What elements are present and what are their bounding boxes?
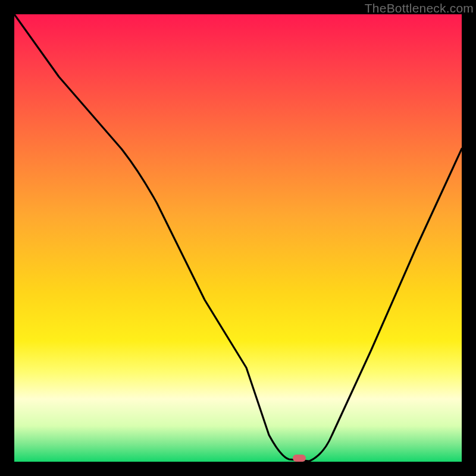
curve-svg xyxy=(14,14,462,462)
watermark-text: TheBottleneck.com xyxy=(365,1,474,15)
optimal-marker xyxy=(293,455,306,462)
chart-plot-area xyxy=(14,14,462,462)
bottleneck-curve xyxy=(14,14,462,461)
